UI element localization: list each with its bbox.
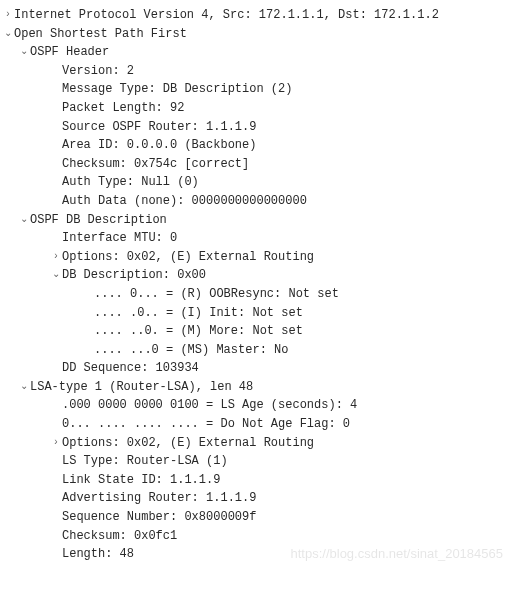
indent-spacer xyxy=(50,155,62,171)
ospf-src-router: Source OSPF Router: 1.1.1.9 xyxy=(2,118,513,137)
expand-icon[interactable] xyxy=(50,248,62,264)
flag-r-label: .... 0... = (R) OOBResync: Not set xyxy=(94,287,339,301)
ospf-msg-type: Message Type: DB Description (2) xyxy=(2,80,513,99)
dbdesc-mtu: Interface MTU: 0 xyxy=(2,229,513,248)
flag-i: .... .0.. = (I) Init: Not set xyxy=(2,304,513,323)
adv-router: Advertising Router: 1.1.1.9 xyxy=(2,489,513,508)
seq-number: Sequence Number: 0x8000009f xyxy=(2,508,513,527)
ospf-pkt-len: Packet Length: 92 xyxy=(2,99,513,118)
ospf-auth-data: Auth Data (none): 0000000000000000 xyxy=(2,192,513,211)
dbdesc-flags-label: DB Description: 0x00 xyxy=(62,268,206,282)
flag-ms-label: .... ...0 = (MS) Master: No xyxy=(94,343,288,357)
indent-spacer xyxy=(50,136,62,152)
ospf-area-id-label: Area ID: 0.0.0.0 (Backbone) xyxy=(62,138,256,152)
ipv4-summary[interactable]: Internet Protocol Version 4, Src: 172.1.… xyxy=(2,6,513,25)
lsa-length-label: Length: 48 xyxy=(62,547,134,561)
indent-spacer xyxy=(50,527,62,543)
flag-m-label: .... ..0. = (M) More: Not set xyxy=(94,324,303,338)
indent-spacer xyxy=(82,285,94,301)
collapse-icon[interactable] xyxy=(18,43,30,59)
ospf-auth-type: Auth Type: Null (0) xyxy=(2,173,513,192)
ospf-pkt-len-label: Packet Length: 92 xyxy=(62,101,184,115)
ospf-header-label: OSPF Header xyxy=(30,45,109,59)
indent-spacer xyxy=(50,99,62,115)
indent-spacer xyxy=(50,508,62,524)
ospf-auth-type-label: Auth Type: Null (0) xyxy=(62,175,199,189)
indent-spacer xyxy=(50,359,62,375)
indent-spacer xyxy=(50,545,62,561)
indent-spacer xyxy=(50,489,62,505)
expand-icon[interactable] xyxy=(2,6,14,22)
do-not-age: 0... .... .... .... = Do Not Age Flag: 0 xyxy=(2,415,513,434)
indent-spacer xyxy=(50,80,62,96)
indent-spacer xyxy=(50,62,62,78)
dbdesc-options[interactable]: Options: 0x02, (E) External Routing xyxy=(2,248,513,267)
do-not-age-label: 0... .... .... .... = Do Not Age Flag: 0 xyxy=(62,417,350,431)
collapse-icon[interactable] xyxy=(18,378,30,394)
flag-m: .... ..0. = (M) More: Not set xyxy=(2,322,513,341)
dd-sequence-label: DD Sequence: 103934 xyxy=(62,361,199,375)
indent-spacer xyxy=(50,452,62,468)
ospf-summary-label: Open Shortest Path First xyxy=(14,27,187,41)
ipv4-summary-label: Internet Protocol Version 4, Src: 172.1.… xyxy=(14,8,439,22)
indent-spacer xyxy=(50,396,62,412)
flag-r: .... 0... = (R) OOBResync: Not set xyxy=(2,285,513,304)
lsa-length: Length: 48 xyxy=(2,545,513,564)
link-state-id: Link State ID: 1.1.1.9 xyxy=(2,471,513,490)
lsa-options-label: Options: 0x02, (E) External Routing xyxy=(62,436,314,450)
indent-spacer xyxy=(50,118,62,134)
indent-spacer xyxy=(50,471,62,487)
lsa-header-label: LSA-type 1 (Router-LSA), len 48 xyxy=(30,380,253,394)
lsa-header[interactable]: LSA-type 1 (Router-LSA), len 48 xyxy=(2,378,513,397)
ospf-area-id: Area ID: 0.0.0.0 (Backbone) xyxy=(2,136,513,155)
ospf-auth-data-label: Auth Data (none): 0000000000000000 xyxy=(62,194,307,208)
collapse-icon[interactable] xyxy=(50,266,62,282)
ospf-msg-type-label: Message Type: DB Description (2) xyxy=(62,82,292,96)
ls-type-label: LS Type: Router-LSA (1) xyxy=(62,454,228,468)
flag-ms: .... ...0 = (MS) Master: No xyxy=(2,341,513,360)
ospf-dbdesc-label: OSPF DB Description xyxy=(30,213,167,227)
ospf-checksum-label: Checksum: 0x754c [correct] xyxy=(62,157,249,171)
lsa-checksum: Checksum: 0x0fc1 xyxy=(2,527,513,546)
dd-sequence: DD Sequence: 103934 xyxy=(2,359,513,378)
indent-spacer xyxy=(50,229,62,245)
ls-age-label: .000 0000 0000 0100 = LS Age (seconds): … xyxy=(62,398,357,412)
expand-icon[interactable] xyxy=(50,434,62,450)
indent-spacer xyxy=(82,304,94,320)
ls-age: .000 0000 0000 0100 = LS Age (seconds): … xyxy=(2,396,513,415)
lsa-options[interactable]: Options: 0x02, (E) External Routing xyxy=(2,434,513,453)
dbdesc-mtu-label: Interface MTU: 0 xyxy=(62,231,177,245)
ospf-header[interactable]: OSPF Header xyxy=(2,43,513,62)
lsa-checksum-label: Checksum: 0x0fc1 xyxy=(62,529,177,543)
ospf-src-router-label: Source OSPF Router: 1.1.1.9 xyxy=(62,120,256,134)
collapse-icon[interactable] xyxy=(18,211,30,227)
seq-number-label: Sequence Number: 0x8000009f xyxy=(62,510,256,524)
indent-spacer xyxy=(82,341,94,357)
flag-i-label: .... .0.. = (I) Init: Not set xyxy=(94,306,303,320)
indent-spacer xyxy=(50,415,62,431)
ospf-summary[interactable]: Open Shortest Path First xyxy=(2,25,513,44)
ospf-dbdesc[interactable]: OSPF DB Description xyxy=(2,211,513,230)
link-state-id-label: Link State ID: 1.1.1.9 xyxy=(62,473,220,487)
indent-spacer xyxy=(50,192,62,208)
packet-dissection-tree: Internet Protocol Version 4, Src: 172.1.… xyxy=(2,6,513,564)
dbdesc-options-label: Options: 0x02, (E) External Routing xyxy=(62,250,314,264)
ospf-version: Version: 2 xyxy=(2,62,513,81)
indent-spacer xyxy=(50,173,62,189)
indent-spacer xyxy=(82,322,94,338)
collapse-icon[interactable] xyxy=(2,25,14,41)
ospf-checksum: Checksum: 0x754c [correct] xyxy=(2,155,513,174)
adv-router-label: Advertising Router: 1.1.1.9 xyxy=(62,491,256,505)
dbdesc-flags[interactable]: DB Description: 0x00 xyxy=(2,266,513,285)
ospf-version-label: Version: 2 xyxy=(62,64,134,78)
ls-type: LS Type: Router-LSA (1) xyxy=(2,452,513,471)
